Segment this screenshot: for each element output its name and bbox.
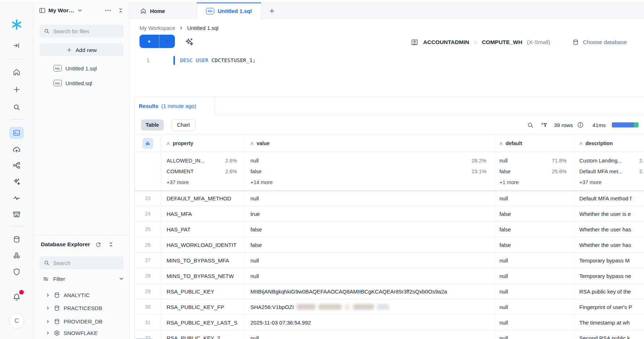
stats-more-link[interactable]: +14 more [250, 177, 494, 188]
more-options-icon[interactable] [103, 5, 113, 16]
database-tree-item[interactable]: SNOWFLAKE [34, 327, 129, 339]
cell-value[interactable]: SHA256:V1bpOZI [245, 299, 495, 314]
create-new-icon[interactable] [0, 85, 33, 94]
notifications-bell-icon[interactable] [0, 292, 33, 302]
stats-default[interactable]: null71.8% false25.6% +1 more [495, 152, 575, 190]
search-icon[interactable] [0, 103, 33, 112]
cell-property[interactable]: MINS_TO_BYPASS_NETW [161, 268, 245, 283]
table-row[interactable]: 24 HAS_MFA true false Whether the user i… [135, 206, 644, 222]
cell-description[interactable]: Temporary bypass ne [575, 268, 644, 283]
database-tree-item[interactable]: PROVIDER_DB [34, 315, 129, 327]
column-header-property[interactable]: A property [161, 135, 245, 152]
projects-worksheets-icon-active[interactable] [0, 127, 33, 139]
cell-description[interactable]: Second RSA public k [575, 330, 644, 339]
cell-default[interactable]: null [495, 284, 575, 299]
choose-database-button[interactable]: Choose database [572, 36, 627, 48]
database-search-input[interactable]: Search [39, 256, 124, 269]
column-header-value[interactable]: A value [245, 135, 495, 152]
file-item[interactable]: SQL Untitled.sql [34, 77, 129, 89]
user-avatar[interactable]: C [0, 313, 33, 329]
cell-default[interactable]: null [495, 315, 575, 330]
query-progress-bar[interactable] [612, 122, 639, 127]
tab-untitled-sql[interactable]: SQL Untitled 1.sql [197, 2, 261, 19]
cell-value[interactable]: true [245, 206, 495, 221]
cell-description[interactable]: The timestamp at wh [575, 315, 644, 330]
cell-default[interactable]: null [495, 191, 575, 206]
cell-property[interactable]: RSA_PUBLIC_KEY_LAST_S [161, 315, 245, 330]
cell-default[interactable]: false [495, 206, 575, 221]
column-header-default[interactable]: A default [495, 135, 575, 152]
ai-assistant-sparkle-icon[interactable] [184, 37, 194, 47]
database-tree-item[interactable]: PRACTICESDB [34, 302, 129, 314]
marketplace-icon[interactable] [0, 210, 33, 218]
cell-property[interactable]: HAS_MFA [161, 206, 245, 221]
table-row[interactable]: 28 MINS_TO_BYPASS_NETW null null Tempora… [135, 268, 644, 284]
cell-value[interactable]: null [245, 191, 495, 206]
table-row[interactable]: 27 MINS_TO_BYPASS_MFA null null Temporar… [135, 253, 644, 268]
column-header-description[interactable]: A description [575, 135, 644, 152]
results-search-icon[interactable] [527, 121, 534, 129]
column-stats-icon[interactable] [142, 138, 153, 149]
collapse-panel-icon[interactable] [106, 239, 116, 249]
cell-value[interactable]: false [245, 237, 495, 252]
cell-description[interactable]: Whether the user has [575, 237, 644, 252]
cell-description[interactable]: Default MFA method f [575, 191, 644, 206]
ai-sparkles-icon[interactable] [0, 177, 33, 186]
run-options-button[interactable] [159, 35, 175, 48]
cell-default[interactable]: null [495, 268, 575, 283]
add-new-button[interactable]: Add new [39, 43, 124, 56]
file-search-input[interactable]: Search for files [39, 25, 124, 38]
snowflake-logo[interactable] [0, 18, 33, 31]
new-tab-button[interactable] [266, 5, 278, 17]
cell-property[interactable]: HAS_WORKLOAD_IDENTIT [161, 237, 245, 252]
stats-value[interactable]: null28.2% false23.1% +14 more [245, 152, 495, 190]
results-filter-icon[interactable] [540, 121, 548, 129]
cell-default[interactable]: false [495, 237, 575, 252]
cell-value[interactable]: null [245, 268, 495, 283]
cell-value[interactable]: null [245, 330, 495, 339]
cell-property[interactable]: RSA_PUBLIC_KEY [161, 284, 245, 299]
database-tree-item[interactable]: ANALYTIC [34, 289, 129, 301]
cell-value[interactable]: 2025-11-03 07:36:54.992 [245, 315, 495, 330]
cell-description[interactable]: Whether the user is e [575, 206, 644, 221]
workspace-title[interactable]: My Workspace [48, 7, 74, 14]
filter-row[interactable]: Filter [34, 273, 124, 285]
cell-value[interactable]: false [245, 222, 495, 237]
cell-value[interactable]: null [245, 253, 495, 268]
results-tab[interactable]: Results (1 minute ago) [135, 97, 215, 115]
cell-default[interactable]: false [495, 222, 575, 237]
table-row[interactable]: 31 RSA_PUBLIC_KEY_LAST_S 2025-11-03 07:3… [135, 315, 644, 330]
table-row[interactable]: 29 RSA_PUBLIC_KEY MIIBIjANBgkqhkiG9w0BAQ… [135, 284, 644, 299]
sql-editor-line[interactable]: 1 DESC USER CDCTESTUSER_1; [129, 55, 644, 66]
cell-property[interactable]: HAS_PAT [161, 222, 245, 237]
table-row[interactable]: 30 RSA_PUBLIC_KEY_FP SHA256:V1bpOZI null… [135, 299, 644, 315]
table-row[interactable]: 23 DEFAULT_MFA_METHOD null null Default … [135, 191, 644, 206]
stats-more-link[interactable]: +37 more [579, 177, 644, 188]
cell-property[interactable]: MINS_TO_BYPASS_MFA [161, 253, 245, 268]
cell-value[interactable]: MIIBIjANBgkqhkiG9w0BAQEFAAOCAQ8AMIIBCgKC… [245, 284, 495, 299]
table-row[interactable]: 26 HAS_WORKLOAD_IDENTIT false false Whet… [135, 237, 644, 253]
home-icon[interactable] [0, 68, 33, 77]
cell-property[interactable]: RSA_PUBLIC_KEY_FP [161, 299, 245, 314]
cell-property[interactable]: DEFAULT_MFA_METHOD [161, 191, 245, 206]
data-load-cloud-upload-icon[interactable] [0, 145, 33, 154]
stats-more-link[interactable]: +37 more [167, 177, 245, 188]
cell-description[interactable]: Temporary bypass M [575, 253, 644, 268]
stats-more-link[interactable]: +1 more [499, 177, 575, 188]
cell-description[interactable]: Whether the user has [575, 222, 644, 237]
warehouse-selector[interactable]: COMPUTE_WH [482, 39, 522, 45]
governance-shield-icon[interactable] [0, 268, 33, 276]
cell-default[interactable]: null [495, 253, 575, 268]
info-icon[interactable] [577, 121, 584, 129]
cell-default[interactable]: null [495, 330, 575, 339]
table-row[interactable]: 32 RSA_PUBLIC_KEY_2 null null Second RSA… [135, 330, 644, 339]
refresh-icon[interactable] [93, 239, 103, 249]
data-database-icon[interactable] [0, 235, 33, 244]
file-item[interactable]: SQL Untitled 1.sql [34, 62, 129, 74]
tab-home[interactable]: Home [136, 3, 169, 19]
role-selector[interactable]: ACCOUNTADMIN [423, 39, 469, 45]
chevron-down-icon[interactable] [119, 276, 124, 282]
cell-description[interactable]: RSA public key of the [575, 284, 644, 299]
table-row[interactable]: 25 HAS_PAT false false Whether the user … [135, 222, 644, 237]
chevron-down-icon[interactable] [77, 8, 83, 13]
